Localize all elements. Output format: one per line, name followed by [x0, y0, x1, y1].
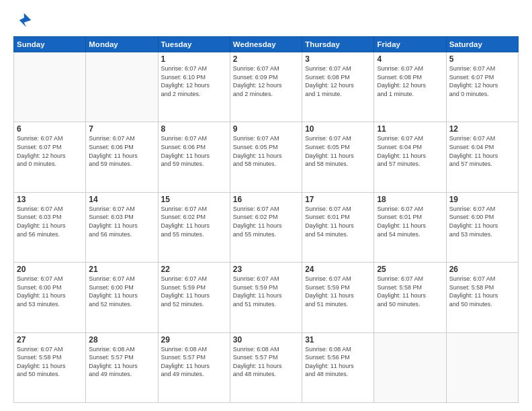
- calendar-cell: 2Sunrise: 6:07 AM Sunset: 6:09 PM Daylig…: [230, 52, 302, 122]
- day-number: 18: [377, 195, 443, 204]
- calendar-cell: [446, 332, 518, 402]
- weekday-header-saturday: Saturday: [446, 37, 518, 52]
- weekday-header-tuesday: Tuesday: [158, 37, 230, 52]
- calendar-cell: 28Sunrise: 6:08 AM Sunset: 5:57 PM Dayli…: [86, 332, 158, 402]
- weekday-header-thursday: Thursday: [302, 37, 374, 52]
- day-info: Sunrise: 6:07 AM Sunset: 6:03 PM Dayligh…: [17, 205, 83, 238]
- calendar-week-row: 6Sunrise: 6:07 AM Sunset: 6:07 PM Daylig…: [14, 122, 519, 192]
- day-info: Sunrise: 6:07 AM Sunset: 5:59 PM Dayligh…: [161, 275, 227, 308]
- weekday-header-friday: Friday: [374, 37, 446, 52]
- day-number: 10: [305, 124, 371, 134]
- day-info: Sunrise: 6:07 AM Sunset: 6:06 PM Dayligh…: [161, 134, 227, 168]
- calendar-cell: [374, 332, 446, 402]
- day-number: 26: [449, 265, 515, 274]
- day-number: 25: [377, 265, 443, 274]
- calendar-week-row: 20Sunrise: 6:07 AM Sunset: 6:00 PM Dayli…: [14, 263, 519, 332]
- day-info: Sunrise: 6:07 AM Sunset: 5:59 PM Dayligh…: [233, 275, 299, 308]
- calendar-cell: 8Sunrise: 6:07 AM Sunset: 6:06 PM Daylig…: [158, 122, 230, 192]
- day-info: Sunrise: 6:07 AM Sunset: 6:02 PM Dayligh…: [233, 205, 299, 238]
- day-info: Sunrise: 6:08 AM Sunset: 5:56 PM Dayligh…: [305, 345, 371, 379]
- day-number: 29: [161, 335, 227, 345]
- day-info: Sunrise: 6:07 AM Sunset: 6:05 PM Dayligh…: [233, 134, 299, 168]
- svg-marker-0: [19, 13, 32, 28]
- day-info: Sunrise: 6:07 AM Sunset: 6:09 PM Dayligh…: [233, 64, 299, 98]
- day-number: 14: [89, 195, 154, 204]
- day-info: Sunrise: 6:07 AM Sunset: 6:04 PM Dayligh…: [377, 134, 443, 168]
- day-info: Sunrise: 6:07 AM Sunset: 6:08 PM Dayligh…: [377, 64, 443, 98]
- day-number: 16: [233, 195, 299, 204]
- day-number: 24: [305, 265, 371, 274]
- day-info: Sunrise: 6:07 AM Sunset: 6:00 PM Dayligh…: [449, 205, 515, 238]
- day-info: Sunrise: 6:07 AM Sunset: 5:59 PM Dayligh…: [305, 275, 371, 308]
- calendar-cell: 5Sunrise: 6:07 AM Sunset: 6:07 PM Daylig…: [446, 52, 518, 122]
- calendar-cell: 29Sunrise: 6:08 AM Sunset: 5:57 PM Dayli…: [158, 332, 230, 402]
- page: SundayMondayTuesdayWednesdayThursdayFrid…: [0, 0, 532, 411]
- calendar-cell: 27Sunrise: 6:07 AM Sunset: 5:58 PM Dayli…: [14, 332, 86, 402]
- header: [13, 11, 519, 30]
- day-number: 31: [305, 335, 371, 345]
- day-info: Sunrise: 6:07 AM Sunset: 6:01 PM Dayligh…: [377, 205, 443, 238]
- day-info: Sunrise: 6:08 AM Sunset: 5:57 PM Dayligh…: [233, 345, 299, 379]
- calendar-cell: 16Sunrise: 6:07 AM Sunset: 6:02 PM Dayli…: [230, 192, 302, 262]
- day-number: 11: [377, 124, 443, 134]
- calendar-table: SundayMondayTuesdayWednesdayThursdayFrid…: [13, 36, 519, 403]
- day-info: Sunrise: 6:07 AM Sunset: 6:07 PM Dayligh…: [449, 64, 515, 98]
- logo-icon: [13, 11, 32, 30]
- day-info: Sunrise: 6:08 AM Sunset: 5:57 PM Dayligh…: [161, 345, 227, 379]
- calendar-cell: 9Sunrise: 6:07 AM Sunset: 6:05 PM Daylig…: [230, 122, 302, 192]
- calendar-cell: 19Sunrise: 6:07 AM Sunset: 6:00 PM Dayli…: [446, 192, 518, 262]
- weekday-header-wednesday: Wednesday: [230, 37, 302, 52]
- day-number: 5: [449, 54, 515, 64]
- day-info: Sunrise: 6:07 AM Sunset: 6:02 PM Dayligh…: [161, 205, 227, 238]
- day-number: 2: [233, 54, 299, 64]
- day-number: 1: [161, 54, 227, 64]
- calendar-week-row: 1Sunrise: 6:07 AM Sunset: 6:10 PM Daylig…: [14, 52, 519, 122]
- calendar-cell: 15Sunrise: 6:07 AM Sunset: 6:02 PM Dayli…: [158, 192, 230, 262]
- day-number: 13: [17, 195, 83, 204]
- day-number: 19: [449, 195, 515, 204]
- day-number: 8: [161, 124, 227, 134]
- day-number: 9: [233, 124, 299, 134]
- calendar-cell: [86, 52, 158, 122]
- calendar-cell: 13Sunrise: 6:07 AM Sunset: 6:03 PM Dayli…: [14, 192, 86, 262]
- logo: [13, 11, 35, 30]
- calendar-cell: 10Sunrise: 6:07 AM Sunset: 6:05 PM Dayli…: [302, 122, 374, 192]
- calendar-week-row: 27Sunrise: 6:07 AM Sunset: 5:58 PM Dayli…: [14, 332, 519, 402]
- day-number: 28: [89, 335, 154, 345]
- calendar-cell: 1Sunrise: 6:07 AM Sunset: 6:10 PM Daylig…: [158, 52, 230, 122]
- day-number: 20: [17, 265, 83, 274]
- day-info: Sunrise: 6:07 AM Sunset: 6:05 PM Dayligh…: [305, 134, 371, 168]
- day-info: Sunrise: 6:07 AM Sunset: 6:03 PM Dayligh…: [89, 205, 154, 238]
- day-number: 23: [233, 265, 299, 274]
- calendar-cell: 22Sunrise: 6:07 AM Sunset: 5:59 PM Dayli…: [158, 263, 230, 332]
- calendar-cell: 6Sunrise: 6:07 AM Sunset: 6:07 PM Daylig…: [14, 122, 86, 192]
- calendar-cell: 17Sunrise: 6:07 AM Sunset: 6:01 PM Dayli…: [302, 192, 374, 262]
- weekday-header-monday: Monday: [86, 37, 158, 52]
- day-number: 12: [449, 124, 515, 134]
- calendar-cell: 7Sunrise: 6:07 AM Sunset: 6:06 PM Daylig…: [86, 122, 158, 192]
- day-info: Sunrise: 6:07 AM Sunset: 6:04 PM Dayligh…: [449, 134, 515, 168]
- calendar-cell: [14, 52, 86, 122]
- day-info: Sunrise: 6:07 AM Sunset: 6:01 PM Dayligh…: [305, 205, 371, 238]
- calendar-cell: 18Sunrise: 6:07 AM Sunset: 6:01 PM Dayli…: [374, 192, 446, 262]
- day-info: Sunrise: 6:07 AM Sunset: 6:07 PM Dayligh…: [17, 134, 83, 168]
- calendar-cell: 26Sunrise: 6:07 AM Sunset: 5:58 PM Dayli…: [446, 263, 518, 332]
- day-number: 6: [17, 124, 83, 134]
- day-info: Sunrise: 6:07 AM Sunset: 6:08 PM Dayligh…: [305, 64, 371, 98]
- calendar-week-row: 13Sunrise: 6:07 AM Sunset: 6:03 PM Dayli…: [14, 192, 519, 262]
- calendar-cell: 3Sunrise: 6:07 AM Sunset: 6:08 PM Daylig…: [302, 52, 374, 122]
- day-info: Sunrise: 6:07 AM Sunset: 6:06 PM Dayligh…: [89, 134, 154, 168]
- calendar-cell: 14Sunrise: 6:07 AM Sunset: 6:03 PM Dayli…: [86, 192, 158, 262]
- day-number: 7: [89, 124, 154, 134]
- day-info: Sunrise: 6:07 AM Sunset: 5:58 PM Dayligh…: [17, 345, 83, 379]
- calendar-cell: 24Sunrise: 6:07 AM Sunset: 5:59 PM Dayli…: [302, 263, 374, 332]
- day-info: Sunrise: 6:07 AM Sunset: 6:10 PM Dayligh…: [161, 64, 227, 98]
- calendar-cell: 23Sunrise: 6:07 AM Sunset: 5:59 PM Dayli…: [230, 263, 302, 332]
- day-number: 22: [161, 265, 227, 274]
- day-number: 3: [305, 54, 371, 64]
- day-number: 17: [305, 195, 371, 204]
- calendar-header-row: SundayMondayTuesdayWednesdayThursdayFrid…: [14, 37, 519, 52]
- calendar-cell: 30Sunrise: 6:08 AM Sunset: 5:57 PM Dayli…: [230, 332, 302, 402]
- day-number: 21: [89, 265, 154, 274]
- calendar-cell: 4Sunrise: 6:07 AM Sunset: 6:08 PM Daylig…: [374, 52, 446, 122]
